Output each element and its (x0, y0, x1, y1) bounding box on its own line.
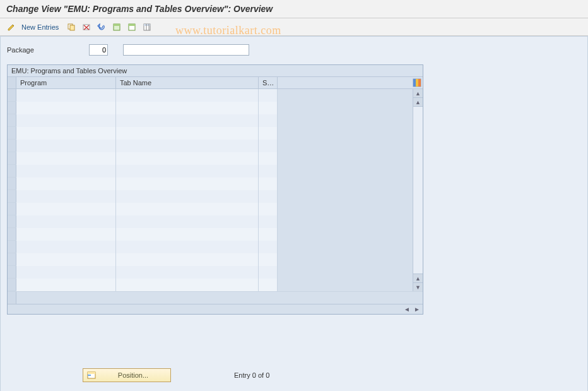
package-field[interactable] (89, 44, 108, 56)
cell-tab-name[interactable] (116, 152, 259, 165)
cell-tab-name[interactable] (116, 241, 259, 253)
cell-tab-name[interactable] (116, 89, 259, 102)
table-row[interactable] (8, 203, 278, 215)
table-row[interactable] (8, 152, 278, 165)
scroll-down2-icon[interactable]: ▲ (413, 274, 423, 282)
cell-program[interactable] (16, 102, 116, 114)
row-selector[interactable] (8, 266, 16, 278)
cell-program[interactable] (16, 253, 116, 266)
table-row[interactable] (8, 190, 278, 203)
cell-program[interactable] (16, 266, 116, 279)
table-row[interactable] (8, 279, 278, 291)
cell-program[interactable] (16, 140, 116, 152)
package-description-field[interactable] (123, 44, 249, 56)
position-button[interactable]: Position... (83, 368, 171, 382)
column-program[interactable]: Program (16, 77, 116, 88)
cell-program[interactable] (16, 190, 116, 203)
row-selector[interactable] (8, 152, 16, 164)
cell-su[interactable] (259, 228, 278, 241)
row-selector[interactable] (8, 241, 16, 253)
scroll-track[interactable] (413, 107, 423, 274)
cell-program[interactable] (16, 279, 116, 291)
cell-tab-name[interactable] (116, 266, 259, 279)
cell-program[interactable] (16, 114, 116, 127)
cell-tab-name[interactable] (116, 127, 259, 140)
row-selector[interactable] (8, 114, 16, 126)
cell-program[interactable] (16, 228, 116, 241)
cell-program[interactable] (16, 89, 116, 102)
column-tab-name[interactable]: Tab Name (116, 77, 259, 88)
cell-su[interactable] (259, 241, 278, 253)
row-selector[interactable] (8, 89, 16, 101)
delete-icon[interactable] (80, 21, 93, 33)
row-selector[interactable] (8, 102, 16, 114)
cell-su[interactable] (259, 114, 278, 127)
row-selector[interactable] (8, 177, 16, 189)
cell-tab-name[interactable] (116, 279, 259, 291)
cell-tab-name[interactable] (116, 228, 259, 241)
cell-program[interactable] (16, 127, 116, 140)
row-selector[interactable] (8, 165, 16, 177)
row-selector[interactable] (8, 253, 16, 265)
cell-su[interactable] (259, 190, 278, 203)
deselect-icon[interactable] (126, 21, 138, 33)
cell-tab-name[interactable] (116, 215, 259, 228)
cell-tab-name[interactable] (116, 114, 259, 127)
table-row[interactable] (8, 215, 278, 228)
row-selector[interactable] (8, 228, 16, 240)
column-su[interactable]: Su... (259, 77, 278, 88)
row-selector[interactable] (8, 292, 16, 304)
table-settings-icon[interactable] (141, 21, 153, 33)
new-entries-button[interactable]: New Entries (20, 23, 62, 31)
cell-program[interactable] (16, 215, 116, 228)
cell-tab-name[interactable] (116, 165, 259, 177)
cell-su[interactable] (259, 203, 278, 215)
table-row[interactable] (8, 266, 278, 279)
row-selector[interactable] (8, 279, 16, 291)
row-selector[interactable] (8, 215, 16, 227)
cell-tab-name[interactable] (116, 190, 259, 203)
scroll-left-icon[interactable]: ◄ (403, 305, 411, 314)
cell-tab-name[interactable] (116, 140, 259, 152)
table-row[interactable] (8, 127, 278, 140)
cell-su[interactable] (259, 102, 278, 114)
cell-su[interactable] (259, 266, 278, 279)
table-row[interactable] (8, 177, 278, 190)
row-selector[interactable] (8, 203, 16, 215)
table-config-icon[interactable] (413, 78, 421, 87)
table-row[interactable] (8, 140, 278, 152)
row-selector[interactable] (8, 127, 16, 139)
cell-su[interactable] (259, 165, 278, 177)
cell-su[interactable] (259, 140, 278, 152)
cell-program[interactable] (16, 203, 116, 215)
cell-su[interactable] (259, 127, 278, 140)
cell-program[interactable] (16, 241, 116, 253)
cell-su[interactable] (259, 152, 278, 165)
row-selector[interactable] (8, 190, 16, 202)
table-row[interactable] (8, 114, 278, 127)
cell-su[interactable] (259, 89, 278, 102)
cell-tab-name[interactable] (116, 177, 259, 190)
undo-icon[interactable] (95, 21, 108, 33)
cell-tab-name[interactable] (116, 102, 259, 114)
cell-tab-name[interactable] (116, 253, 259, 266)
scroll-right-icon[interactable]: ► (413, 305, 421, 314)
table-row[interactable] (8, 165, 278, 177)
edit-icon[interactable] (5, 21, 18, 33)
scroll-up2-icon[interactable]: ▲ (413, 98, 423, 107)
table-row[interactable] (8, 228, 278, 241)
table-row[interactable] (8, 253, 278, 266)
row-selector[interactable] (8, 140, 16, 152)
cell-su[interactable] (259, 279, 278, 291)
scroll-down-icon[interactable]: ▼ (413, 282, 423, 291)
cell-program[interactable] (16, 152, 116, 165)
cell-program[interactable] (16, 177, 116, 190)
cell-tab-name[interactable] (116, 203, 259, 215)
cell-su[interactable] (259, 253, 278, 266)
copy-icon[interactable] (65, 21, 78, 33)
cell-su[interactable] (259, 215, 278, 228)
horizontal-scrollbar[interactable]: ◄ ► (8, 304, 423, 314)
table-row[interactable] (8, 89, 278, 102)
table-row[interactable] (8, 102, 278, 114)
cell-program[interactable] (16, 165, 116, 177)
